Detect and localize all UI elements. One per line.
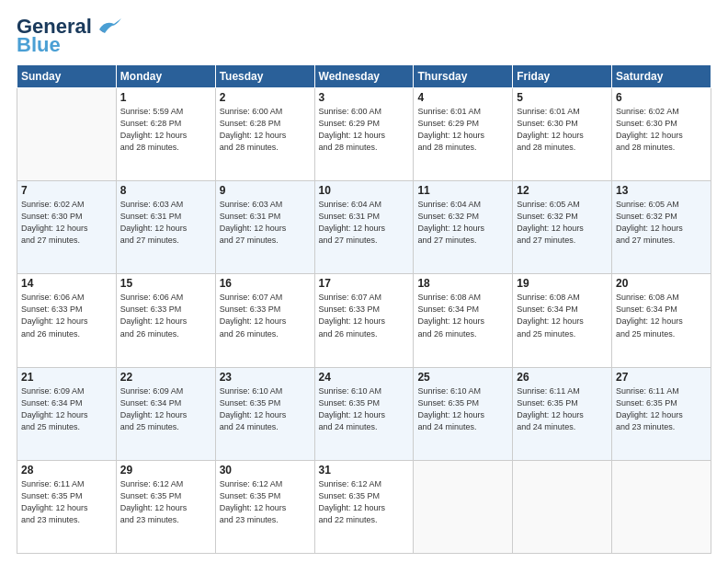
calendar-cell: 29Sunrise: 6:12 AM Sunset: 6:35 PM Dayli… bbox=[116, 460, 215, 553]
day-number: 6 bbox=[616, 91, 707, 104]
calendar-cell bbox=[17, 88, 117, 181]
day-info: Sunrise: 6:02 AM Sunset: 6:30 PM Dayligh… bbox=[616, 106, 707, 154]
day-info: Sunrise: 6:06 AM Sunset: 6:33 PM Dayligh… bbox=[120, 292, 211, 339]
col-header-wednesday: Wednesday bbox=[314, 65, 414, 88]
day-number: 16 bbox=[220, 277, 311, 290]
day-info: Sunrise: 6:04 AM Sunset: 6:32 PM Dayligh… bbox=[417, 199, 508, 247]
day-number: 10 bbox=[319, 184, 410, 197]
calendar-cell: 8Sunrise: 6:03 AM Sunset: 6:31 PM Daylig… bbox=[116, 181, 215, 274]
day-number: 24 bbox=[319, 371, 410, 384]
day-number: 29 bbox=[120, 464, 211, 477]
day-number: 11 bbox=[417, 184, 508, 197]
day-number: 17 bbox=[319, 277, 410, 290]
calendar-cell: 9Sunrise: 6:03 AM Sunset: 6:31 PM Daylig… bbox=[215, 181, 314, 274]
day-info: Sunrise: 6:12 AM Sunset: 6:35 PM Dayligh… bbox=[220, 478, 311, 526]
day-info: Sunrise: 6:12 AM Sunset: 6:35 PM Dayligh… bbox=[120, 478, 211, 526]
day-number: 7 bbox=[21, 184, 112, 197]
day-info: Sunrise: 6:00 AM Sunset: 6:28 PM Dayligh… bbox=[220, 106, 311, 154]
calendar-cell: 28Sunrise: 6:11 AM Sunset: 6:35 PM Dayli… bbox=[17, 460, 117, 553]
day-number: 26 bbox=[517, 371, 608, 384]
day-number: 30 bbox=[220, 464, 311, 477]
calendar-cell bbox=[513, 460, 612, 553]
day-number: 14 bbox=[21, 277, 112, 290]
calendar-cell: 7Sunrise: 6:02 AM Sunset: 6:30 PM Daylig… bbox=[17, 181, 117, 274]
col-header-thursday: Thursday bbox=[414, 65, 513, 88]
day-info: Sunrise: 6:11 AM Sunset: 6:35 PM Dayligh… bbox=[517, 385, 608, 433]
day-info: Sunrise: 6:01 AM Sunset: 6:30 PM Dayligh… bbox=[517, 106, 608, 154]
logo: General Blue bbox=[17, 17, 121, 55]
day-number: 15 bbox=[120, 277, 211, 290]
col-header-friday: Friday bbox=[513, 65, 612, 88]
calendar-cell: 18Sunrise: 6:08 AM Sunset: 6:34 PM Dayli… bbox=[414, 274, 513, 367]
col-header-tuesday: Tuesday bbox=[215, 65, 314, 88]
day-info: Sunrise: 6:10 AM Sunset: 6:35 PM Dayligh… bbox=[319, 385, 410, 433]
calendar-cell: 16Sunrise: 6:07 AM Sunset: 6:33 PM Dayli… bbox=[215, 274, 314, 367]
calendar-cell: 2Sunrise: 6:00 AM Sunset: 6:28 PM Daylig… bbox=[215, 88, 314, 181]
day-number: 5 bbox=[517, 91, 608, 104]
calendar-cell: 5Sunrise: 6:01 AM Sunset: 6:30 PM Daylig… bbox=[513, 88, 612, 181]
day-info: Sunrise: 6:12 AM Sunset: 6:35 PM Dayligh… bbox=[319, 478, 410, 526]
day-number: 2 bbox=[220, 91, 311, 104]
day-info: Sunrise: 6:02 AM Sunset: 6:30 PM Dayligh… bbox=[21, 199, 112, 247]
day-info: Sunrise: 5:59 AM Sunset: 6:28 PM Dayligh… bbox=[120, 106, 211, 154]
day-info: Sunrise: 6:04 AM Sunset: 6:31 PM Dayligh… bbox=[319, 199, 410, 247]
calendar-week-row: 28Sunrise: 6:11 AM Sunset: 6:35 PM Dayli… bbox=[17, 460, 711, 553]
day-number: 12 bbox=[517, 184, 608, 197]
day-number: 22 bbox=[120, 371, 211, 384]
day-info: Sunrise: 6:06 AM Sunset: 6:33 PM Dayligh… bbox=[21, 292, 112, 339]
calendar-cell: 10Sunrise: 6:04 AM Sunset: 6:31 PM Dayli… bbox=[314, 181, 414, 274]
calendar-week-row: 14Sunrise: 6:06 AM Sunset: 6:33 PM Dayli… bbox=[17, 274, 711, 367]
calendar-cell: 25Sunrise: 6:10 AM Sunset: 6:35 PM Dayli… bbox=[414, 367, 513, 460]
day-info: Sunrise: 6:10 AM Sunset: 6:35 PM Dayligh… bbox=[220, 385, 311, 433]
calendar-cell: 30Sunrise: 6:12 AM Sunset: 6:35 PM Dayli… bbox=[215, 460, 314, 553]
day-info: Sunrise: 6:11 AM Sunset: 6:35 PM Dayligh… bbox=[21, 478, 112, 526]
calendar-cell: 19Sunrise: 6:08 AM Sunset: 6:34 PM Dayli… bbox=[513, 274, 612, 367]
day-info: Sunrise: 6:08 AM Sunset: 6:34 PM Dayligh… bbox=[417, 292, 508, 339]
calendar-cell: 13Sunrise: 6:05 AM Sunset: 6:32 PM Dayli… bbox=[612, 181, 711, 274]
calendar-cell: 22Sunrise: 6:09 AM Sunset: 6:34 PM Dayli… bbox=[116, 367, 215, 460]
calendar-cell: 14Sunrise: 6:06 AM Sunset: 6:33 PM Dayli… bbox=[17, 274, 117, 367]
calendar-cell: 12Sunrise: 6:05 AM Sunset: 6:32 PM Dayli… bbox=[513, 181, 612, 274]
calendar-cell: 20Sunrise: 6:08 AM Sunset: 6:34 PM Dayli… bbox=[612, 274, 711, 367]
day-info: Sunrise: 6:10 AM Sunset: 6:35 PM Dayligh… bbox=[417, 385, 508, 433]
day-number: 3 bbox=[319, 91, 410, 104]
col-header-saturday: Saturday bbox=[612, 65, 711, 88]
day-number: 4 bbox=[417, 91, 508, 104]
day-number: 27 bbox=[616, 371, 707, 384]
day-number: 13 bbox=[616, 184, 707, 197]
calendar-cell: 11Sunrise: 6:04 AM Sunset: 6:32 PM Dayli… bbox=[414, 181, 513, 274]
day-info: Sunrise: 6:03 AM Sunset: 6:31 PM Dayligh… bbox=[220, 199, 311, 247]
day-info: Sunrise: 6:08 AM Sunset: 6:34 PM Dayligh… bbox=[517, 292, 608, 339]
day-number: 1 bbox=[120, 91, 211, 104]
calendar-cell bbox=[612, 460, 711, 553]
page: General Blue SundayMondayTuesdayWednesda… bbox=[0, 0, 728, 563]
day-info: Sunrise: 6:00 AM Sunset: 6:29 PM Dayligh… bbox=[319, 106, 410, 154]
col-header-sunday: Sunday bbox=[17, 65, 117, 88]
day-number: 18 bbox=[417, 277, 508, 290]
calendar-cell: 27Sunrise: 6:11 AM Sunset: 6:35 PM Dayli… bbox=[612, 367, 711, 460]
day-number: 9 bbox=[220, 184, 311, 197]
day-info: Sunrise: 6:03 AM Sunset: 6:31 PM Dayligh… bbox=[120, 199, 211, 247]
day-number: 19 bbox=[517, 277, 608, 290]
calendar-cell: 6Sunrise: 6:02 AM Sunset: 6:30 PM Daylig… bbox=[612, 88, 711, 181]
day-number: 8 bbox=[120, 184, 211, 197]
header: General Blue bbox=[17, 17, 711, 55]
day-info: Sunrise: 6:07 AM Sunset: 6:33 PM Dayligh… bbox=[220, 292, 311, 339]
day-info: Sunrise: 6:05 AM Sunset: 6:32 PM Dayligh… bbox=[517, 199, 608, 247]
day-number: 25 bbox=[417, 371, 508, 384]
calendar-cell: 15Sunrise: 6:06 AM Sunset: 6:33 PM Dayli… bbox=[116, 274, 215, 367]
logo-bird-icon bbox=[96, 17, 121, 37]
calendar-cell bbox=[414, 460, 513, 553]
day-number: 21 bbox=[21, 371, 112, 384]
calendar-week-row: 21Sunrise: 6:09 AM Sunset: 6:34 PM Dayli… bbox=[17, 367, 711, 460]
day-info: Sunrise: 6:05 AM Sunset: 6:32 PM Dayligh… bbox=[616, 199, 707, 247]
calendar-header-row: SundayMondayTuesdayWednesdayThursdayFrid… bbox=[17, 65, 711, 88]
day-number: 23 bbox=[220, 371, 311, 384]
day-info: Sunrise: 6:01 AM Sunset: 6:29 PM Dayligh… bbox=[417, 106, 508, 154]
calendar-cell: 4Sunrise: 6:01 AM Sunset: 6:29 PM Daylig… bbox=[414, 88, 513, 181]
day-info: Sunrise: 6:09 AM Sunset: 6:34 PM Dayligh… bbox=[120, 385, 211, 433]
calendar-week-row: 7Sunrise: 6:02 AM Sunset: 6:30 PM Daylig… bbox=[17, 181, 711, 274]
calendar-cell: 3Sunrise: 6:00 AM Sunset: 6:29 PM Daylig… bbox=[314, 88, 414, 181]
day-info: Sunrise: 6:09 AM Sunset: 6:34 PM Dayligh… bbox=[21, 385, 112, 433]
calendar-cell: 17Sunrise: 6:07 AM Sunset: 6:33 PM Dayli… bbox=[314, 274, 414, 367]
